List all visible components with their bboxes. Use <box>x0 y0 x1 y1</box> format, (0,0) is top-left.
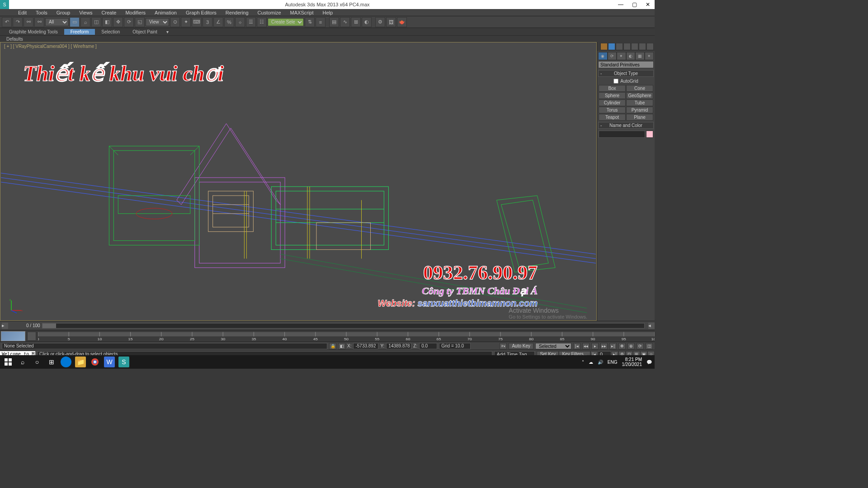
menu-group[interactable]: Group <box>52 10 75 15</box>
key-mode-icon[interactable]: 🗝 <box>500 343 507 349</box>
schematic-view-button[interactable]: ⊞ <box>351 17 361 27</box>
menu-modifiers[interactable]: Modifiers <box>121 10 150 15</box>
pyramid-button[interactable]: Pyramid <box>626 107 653 113</box>
selection-filter-dropdown[interactable]: All <box>45 18 69 26</box>
menu-animation[interactable]: Animation <box>150 10 181 15</box>
use-center-button[interactable]: ⊙ <box>170 17 180 27</box>
tray-volume-icon[interactable]: 🔊 <box>598 360 603 365</box>
utilities-tab-icon[interactable]: ✴ <box>645 52 654 60</box>
menu-edit[interactable]: Edit <box>14 10 31 15</box>
close-button[interactable]: ✕ <box>641 0 655 9</box>
box-button[interactable]: Box <box>599 85 626 92</box>
menu-help[interactable]: Help <box>318 10 338 15</box>
edge-icon[interactable] <box>61 357 71 367</box>
maximize-button[interactable]: ▢ <box>627 0 641 9</box>
z-coord-field[interactable]: 0.0 <box>419 343 437 349</box>
teapot-button[interactable]: Teapot <box>599 114 626 121</box>
next-frame-button[interactable]: ▸▸ <box>600 343 608 349</box>
select-by-name-button[interactable]: ⌕ <box>80 17 90 27</box>
3dsmax-taskbar-icon[interactable]: S <box>118 357 129 367</box>
select-object-button[interactable]: ▭ <box>70 17 80 27</box>
menu-tools[interactable]: Tools <box>31 10 52 15</box>
start-button[interactable] <box>3 357 14 367</box>
x-coord-field[interactable]: -5733.892 <box>353 343 378 349</box>
ribbon-defaults-label[interactable]: Defaults <box>3 37 27 42</box>
tray-chevron-icon[interactable]: ˄ <box>582 360 584 365</box>
menu-graph-editors[interactable]: Graph Editors <box>181 10 221 15</box>
timeline-end-icon[interactable]: ◂ <box>648 323 655 329</box>
time-ruler[interactable]: 0510152025303540455055606570758085909510… <box>38 330 655 342</box>
menu-maxscript[interactable]: MAXScript <box>286 10 318 15</box>
tray-language[interactable]: ENG <box>608 360 618 365</box>
menu-create[interactable]: Create <box>97 10 121 15</box>
tray-notifications-icon[interactable]: 💬 <box>646 360 652 365</box>
undo-button[interactable]: ↶ <box>2 17 12 27</box>
keyboard-shortcut-button[interactable]: ⌨ <box>192 17 202 27</box>
nav-orbit-icon[interactable]: ⟳ <box>637 343 644 349</box>
task-view-icon[interactable]: ⊞ <box>46 357 57 367</box>
cp-icon-1[interactable] <box>600 43 608 50</box>
select-region-button[interactable]: ◫ <box>91 17 101 27</box>
curve-editor-button[interactable]: ∿ <box>340 17 350 27</box>
object-type-rollout[interactable]: Object Type <box>598 70 654 77</box>
sphere-button[interactable]: Sphere <box>599 92 626 99</box>
cone-button[interactable]: Cone <box>626 85 653 92</box>
geosphere-button[interactable]: GeoSphere <box>626 92 653 99</box>
play-button[interactable]: ▸ <box>591 343 599 349</box>
layers-button[interactable]: ▤ <box>329 17 339 27</box>
window-crossing-button[interactable]: ◧ <box>102 17 112 27</box>
redo-button[interactable]: ↷ <box>13 17 23 27</box>
align-button[interactable]: ≡ <box>316 17 326 27</box>
viewport-label[interactable]: [ + ] [ VRayPhysicalCamera004 ] [ Wirefr… <box>4 44 97 49</box>
lock-selection-icon[interactable]: 🔒 <box>329 343 336 349</box>
ribbon-tab-freeform[interactable]: Freeform <box>64 29 95 35</box>
modify-tab-icon[interactable]: ⟳ <box>608 52 617 60</box>
prev-frame-button[interactable]: ◂◂ <box>582 343 590 349</box>
select-rotate-button[interactable]: ⟳ <box>124 17 134 27</box>
select-scale-button[interactable]: ◱ <box>135 17 145 27</box>
create-tab-icon[interactable]: ◉ <box>598 52 608 60</box>
cp-icon-5[interactable] <box>631 43 638 50</box>
menu-views[interactable]: Views <box>75 10 97 15</box>
menu-rendering[interactable]: Rendering <box>221 10 253 15</box>
word-icon[interactable]: W <box>104 357 115 367</box>
named-selection-dropdown[interactable]: Create Selection Se <box>268 18 304 26</box>
search-icon[interactable]: ⌕ <box>17 357 28 367</box>
cortana-icon[interactable]: ○ <box>32 357 42 367</box>
timeline-play-icon[interactable]: ▸ <box>2 323 8 329</box>
spinner-snap-button[interactable]: ⟐ <box>235 17 245 27</box>
timeline-scrollbar[interactable] <box>42 323 645 328</box>
ribbon-tab-selection[interactable]: Selection <box>95 29 126 35</box>
rendered-frame-button[interactable]: 🖼 <box>386 17 396 27</box>
mirror-button[interactable]: ⇅ <box>305 17 315 27</box>
display-tab-icon[interactable]: ▦ <box>635 52 645 60</box>
goto-start-button[interactable]: |◂ <box>573 343 580 349</box>
torus-button[interactable]: Torus <box>599 107 626 113</box>
tube-button[interactable]: Tube <box>626 99 653 106</box>
ribbon-tab-graphite[interactable]: Graphite Modeling Tools <box>3 29 64 35</box>
y-coord-field[interactable]: 14389.878 <box>386 343 411 349</box>
app-icon[interactable]: S <box>0 0 9 9</box>
object-name-field[interactable] <box>599 131 645 138</box>
minimize-button[interactable]: — <box>614 0 627 9</box>
hierarchy-tab-icon[interactable]: ✦ <box>617 52 626 60</box>
cp-icon-7[interactable] <box>646 43 654 50</box>
cp-icon-4[interactable] <box>623 43 631 50</box>
timeline-thumbnail[interactable] <box>1 331 25 341</box>
goto-end-button[interactable]: ▸| <box>609 343 617 349</box>
chrome-icon[interactable] <box>90 357 100 367</box>
set-key-icon[interactable] <box>27 332 36 341</box>
autokey-button[interactable]: Auto Key <box>509 343 533 349</box>
cylinder-button[interactable]: Cylinder <box>599 99 626 106</box>
ref-coord-dropdown[interactable]: View <box>146 18 169 26</box>
nav-pan-icon[interactable]: ✥ <box>618 343 626 349</box>
edit-named-sel-button[interactable]: ☰ <box>246 17 256 27</box>
cp-icon-2[interactable] <box>608 43 615 50</box>
primitives-dropdown[interactable]: Standard Primitives <box>598 61 654 68</box>
select-manipulate-button[interactable]: ✦ <box>181 17 191 27</box>
named-sel-button[interactable]: ☷ <box>257 17 267 27</box>
autogrid-checkbox[interactable] <box>613 79 618 84</box>
keymode-dropdown[interactable]: Selected <box>535 343 571 349</box>
menu-customize[interactable]: Customize <box>253 10 286 15</box>
tray-clock[interactable]: 8:21 PM 1/20/2021 <box>622 357 642 367</box>
